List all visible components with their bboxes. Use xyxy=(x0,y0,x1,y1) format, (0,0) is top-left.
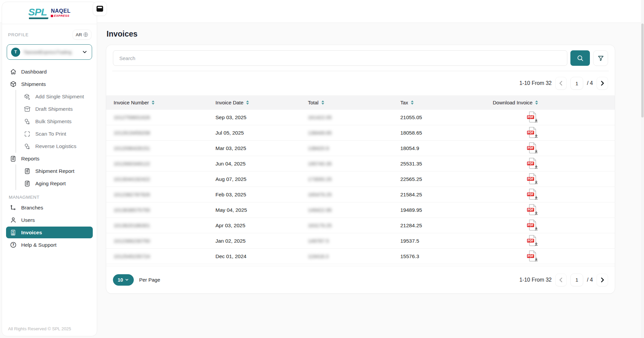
svg-text:PDF: PDF xyxy=(528,239,534,242)
invoice-table-row: 1012619459208Jul 05, 2025138449.6518058.… xyxy=(106,125,615,141)
sidebar-toggle-button[interactable] xyxy=(93,2,107,16)
invoice-tax-cell: 21284.25 xyxy=(400,223,493,229)
column-header-total[interactable]: Total xyxy=(308,100,400,105)
pdf-download-icon: PDF xyxy=(526,219,538,232)
invoice-total-cell-redacted: 161422.05 xyxy=(308,114,400,120)
download-pdf-button[interactable]: PDF xyxy=(526,127,538,139)
sidebar-item-help-and-support[interactable]: ?Help & Support xyxy=(6,239,93,251)
sidebar-item-dashboard[interactable]: Dashboard xyxy=(6,66,93,78)
sidebar-item-label: Shipments xyxy=(21,81,46,87)
pdf-download-icon: PDF xyxy=(526,127,538,139)
download-pdf-button[interactable]: PDF xyxy=(526,219,538,232)
naqel-logo: NAQEL EXPRESS xyxy=(51,8,71,17)
download-pdf-button[interactable]: PDF xyxy=(526,173,538,185)
column-header-download-invoice[interactable]: Download Invoice xyxy=(493,100,615,105)
invoice-date-cell: Dec 01, 2024 xyxy=(215,253,308,259)
search-button[interactable] xyxy=(570,50,590,66)
sidebar-item-draft-shipments[interactable]: Draft Shipments xyxy=(15,103,93,115)
search-input[interactable] xyxy=(113,50,567,66)
sidebar-item-label: Users xyxy=(21,217,35,223)
sidebar: SPL NAQEL EXPRESS PROFILE AR T TawseelEx… xyxy=(2,2,97,336)
sidebar-item-scan-to-print[interactable]: Scan To Print xyxy=(15,128,93,140)
user-icon xyxy=(9,216,17,224)
svg-text:PDF: PDF xyxy=(528,131,534,134)
download-invoice-cell: PDF xyxy=(493,188,615,201)
sort-icon xyxy=(410,100,414,105)
column-header-label: Invoice Number xyxy=(114,100,149,105)
sidebar-item-reverse-logistics[interactable]: Reverse Logistics xyxy=(15,140,93,152)
table-body: 1012759831626Sep 03, 2025161422.0521055.… xyxy=(106,110,615,264)
packages-plus-icon xyxy=(24,143,31,150)
download-pdf-button[interactable]: PDF xyxy=(526,157,538,170)
invoice-number-cell-redacted: 1012096428151 xyxy=(114,145,215,151)
scrollbar-thumb[interactable] xyxy=(641,23,644,117)
invoice-date-cell: Aug 07, 2025 xyxy=(215,176,308,182)
spl-logo: SPL xyxy=(28,6,47,20)
sidebar-item-shipment-report[interactable]: Shipment Report xyxy=(15,165,93,177)
pdf-download-icon: PDF xyxy=(526,188,538,201)
sidebar-item-label: Aging Report xyxy=(35,181,66,187)
sidebar-item-label: Bulk Shipments xyxy=(35,118,72,125)
page-number-input[interactable] xyxy=(570,274,583,286)
column-header-invoice-date[interactable]: Invoice Date xyxy=(215,100,308,105)
sidebar-item-reports[interactable]: Reports xyxy=(6,153,93,164)
sidebar-item-label: Invoices xyxy=(21,230,42,236)
sidebar-item-bulk-shipments[interactable]: Bulk Shipments xyxy=(15,115,93,127)
filter-button[interactable] xyxy=(593,50,608,66)
page-number-input[interactable] xyxy=(570,77,583,90)
invoice-table-row: 1012382787926Feb 03, 2025165479.2521584.… xyxy=(106,187,615,202)
branch-icon xyxy=(9,204,17,211)
invoice-table-row: 1013638575755May 04, 2025149422.9519489.… xyxy=(106,202,615,218)
invoice-date-cell: Jun 04, 2025 xyxy=(215,161,308,167)
next-page-button[interactable] xyxy=(597,274,608,286)
download-pdf-button[interactable]: PDF xyxy=(526,250,538,262)
next-page-button[interactable] xyxy=(597,77,608,90)
sort-icon xyxy=(151,100,155,105)
column-header-invoice-number[interactable]: Invoice Number xyxy=(114,100,215,105)
language-toggle-button[interactable]: AR xyxy=(73,30,91,40)
download-pdf-button[interactable]: PDF xyxy=(526,111,538,124)
svg-text:$: $ xyxy=(12,230,14,233)
invoice-number-cell-redacted: 1012759831626 xyxy=(114,114,215,120)
chevron-down-icon xyxy=(82,49,88,55)
sidebar-item-branches[interactable]: Branches xyxy=(6,202,93,213)
main-content: Invoices 1-10 From 32 xyxy=(97,23,644,338)
invoices-card: 1-10 From 32 / 4 Invoice NumberInvoice D… xyxy=(106,45,615,294)
pagination-top: 1-10 From 32 / 4 xyxy=(519,77,608,90)
download-pdf-button[interactable]: PDF xyxy=(526,188,538,201)
per-page-select[interactable]: 10 xyxy=(113,274,134,286)
invoice-number-cell-redacted: 1012366230750 xyxy=(114,238,215,244)
sidebar-item-label: Help & Support xyxy=(21,242,56,248)
svg-text:PDF: PDF xyxy=(528,147,534,150)
download-pdf-button[interactable]: PDF xyxy=(526,142,538,154)
invoice-table-row: 1012759831626Sep 03, 2025161422.0521055.… xyxy=(106,110,615,125)
column-header-tax[interactable]: Tax xyxy=(400,100,493,105)
invoice-date-cell: Jan 02, 2025 xyxy=(215,238,308,244)
scrollbar[interactable] xyxy=(641,0,644,338)
invoice-tax-cell: 19537.5 xyxy=(400,238,493,244)
invoice-tax-cell: 18054.9 xyxy=(400,145,493,151)
invoice-total-cell-redacted: 119418.3 xyxy=(308,253,400,259)
download-pdf-button[interactable]: PDF xyxy=(526,235,538,247)
pdf-download-icon: PDF xyxy=(526,173,538,185)
invoice-total-cell-redacted: 149422.95 xyxy=(308,207,400,213)
sidebar-item-users[interactable]: Users xyxy=(6,214,93,226)
previous-page-button[interactable] xyxy=(555,274,567,286)
column-header-label: Tax xyxy=(400,100,408,105)
sidebar-item-shipments[interactable]: Shipments xyxy=(6,78,93,90)
account-dropdown[interactable]: T TawseelExpressTrading xyxy=(7,44,92,60)
sidebar-item-add-single-shipment[interactable]: Add Single Shipment xyxy=(15,91,93,102)
download-pdf-button[interactable]: PDF xyxy=(526,204,538,216)
sidebar-item-aging-report[interactable]: Aging Report xyxy=(15,178,93,189)
previous-page-button[interactable] xyxy=(555,77,567,90)
sidebar-item-invoices[interactable]: $Invoices xyxy=(6,227,93,238)
packages-plus-icon xyxy=(24,118,31,125)
chevron-left-icon xyxy=(558,80,564,87)
invoice-total-cell-redacted: 195740.35 xyxy=(308,161,400,166)
column-header-label: Invoice Date xyxy=(215,100,243,105)
invoice-number-cell-redacted: 1013620186301 xyxy=(114,223,215,228)
svg-text:?: ? xyxy=(12,243,14,247)
pagination-range-label: 1-10 From 32 xyxy=(519,80,552,86)
invoice-total-cell-redacted: 173000.25 xyxy=(308,176,400,182)
home-icon xyxy=(9,68,17,75)
